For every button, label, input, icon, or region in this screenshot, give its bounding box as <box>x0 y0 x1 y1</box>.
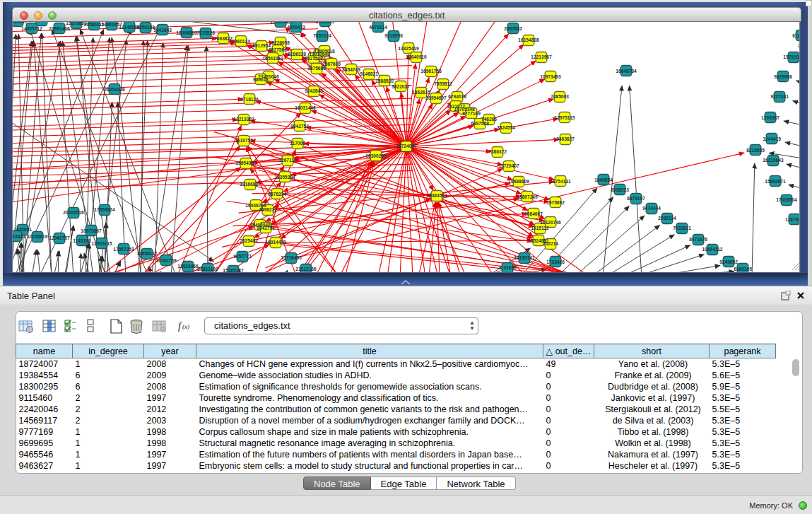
svg-text:19384554: 19384554 <box>426 193 447 198</box>
svg-text:3822037: 3822037 <box>392 84 410 89</box>
svg-text:20615450: 20615450 <box>31 22 52 23</box>
svg-text:18754131: 18754131 <box>550 179 571 184</box>
svg-text:17359924: 17359924 <box>94 207 115 212</box>
svg-text:10975867: 10975867 <box>81 228 102 233</box>
svg-text:3915431: 3915431 <box>13 234 25 239</box>
svg-text:16543362: 16543362 <box>262 56 283 61</box>
svg-text:16782759: 16782759 <box>155 258 177 263</box>
svg-text:3824554: 3824554 <box>497 125 515 130</box>
svg-text:26053346: 26053346 <box>104 87 125 92</box>
svg-text:9245652: 9245652 <box>719 259 738 264</box>
svg-text:9329966: 9329966 <box>774 74 792 79</box>
svg-text:17016504: 17016504 <box>776 197 797 202</box>
svg-text:18096865: 18096865 <box>176 30 197 35</box>
svg-text:1588520: 1588520 <box>375 78 394 83</box>
svg-text:1362615: 1362615 <box>412 90 430 95</box>
svg-text:1209387: 1209387 <box>761 115 779 120</box>
svg-text:17559643: 17559643 <box>270 22 291 24</box>
svg-text:9227341: 9227341 <box>770 94 789 99</box>
svg-text:989613: 989613 <box>253 77 269 82</box>
svg-text:16031446: 16031446 <box>295 105 316 110</box>
svg-text:16120746: 16120746 <box>540 220 561 225</box>
svg-text:746266: 746266 <box>481 117 497 122</box>
svg-text:8359183: 8359183 <box>136 25 155 30</box>
svg-text:20206516: 20206516 <box>63 210 84 215</box>
svg-text:7857224: 7857224 <box>313 33 331 38</box>
svg-text:1435081: 1435081 <box>13 227 32 232</box>
svg-text:7663822: 7663822 <box>214 36 233 41</box>
svg-text:19166827: 19166827 <box>240 182 261 187</box>
svg-text:16154808: 16154808 <box>518 37 539 42</box>
svg-text:8960124: 8960124 <box>232 39 250 44</box>
svg-text:3267110: 3267110 <box>278 158 297 163</box>
svg-text:8454749: 8454749 <box>342 67 360 72</box>
svg-text:21012166: 21012166 <box>295 267 317 271</box>
svg-text:6794078: 6794078 <box>448 94 466 99</box>
svg-text:8878334: 8878334 <box>268 192 286 197</box>
svg-text:15692971: 15692971 <box>765 179 786 184</box>
svg-text:1615112: 1615112 <box>531 226 549 230</box>
svg-text:18300295: 18300295 <box>365 153 387 158</box>
svg-text:252214: 252214 <box>543 241 558 246</box>
svg-text:2580963: 2580963 <box>316 22 334 24</box>
svg-text:9218596: 9218596 <box>384 33 403 38</box>
svg-text:117006: 117006 <box>290 141 305 146</box>
svg-text:7485003: 7485003 <box>551 94 569 99</box>
svg-text:9842752: 9842752 <box>290 124 309 129</box>
svg-text:1167534: 1167534 <box>785 217 800 222</box>
svg-text:10973493: 10973493 <box>540 74 561 79</box>
svg-text:3875685: 3875685 <box>307 66 326 71</box>
svg-text:22053595: 22053595 <box>798 43 800 48</box>
svg-text:8215955: 8215955 <box>746 148 765 153</box>
svg-text:16648784: 16648784 <box>616 69 637 74</box>
svg-text:15720407: 15720407 <box>498 163 519 168</box>
svg-text:13325419: 13325419 <box>398 46 419 51</box>
svg-text:9474444: 9474444 <box>642 206 661 211</box>
svg-text:7515526: 7515526 <box>196 30 215 35</box>
svg-text:9342751: 9342751 <box>257 226 275 230</box>
svg-text:23833160: 23833160 <box>197 267 218 271</box>
svg-text:5641643: 5641643 <box>153 28 172 33</box>
svg-text:6879197: 6879197 <box>627 196 645 201</box>
svg-text:9827506: 9827506 <box>269 47 287 52</box>
svg-text:3131636: 3131636 <box>498 265 517 270</box>
svg-text:23691406: 23691406 <box>49 26 70 31</box>
svg-text:8186328: 8186328 <box>288 52 306 57</box>
svg-text:15716485: 15716485 <box>281 255 302 260</box>
svg-text:1610755: 1610755 <box>235 138 253 143</box>
svg-text:15751074: 15751074 <box>783 54 800 59</box>
svg-text:9777169: 9777169 <box>462 111 481 116</box>
svg-text:6497568: 6497568 <box>471 121 489 126</box>
svg-text:7386372: 7386372 <box>488 149 507 154</box>
svg-text:12023466: 12023466 <box>177 264 199 269</box>
svg-text:4498222: 4498222 <box>259 207 277 212</box>
svg-text:20994697: 20994697 <box>425 95 447 100</box>
svg-text:12905115: 12905115 <box>92 241 112 246</box>
svg-text:8471676: 8471676 <box>689 237 707 242</box>
svg-text:2087662: 2087662 <box>504 26 522 31</box>
svg-text:1244415: 1244415 <box>763 136 781 141</box>
svg-text:4050413: 4050413 <box>287 25 305 30</box>
svg-text:1145193: 1145193 <box>73 238 91 243</box>
svg-text:2718126: 2718126 <box>240 97 259 102</box>
svg-text:11355394: 11355394 <box>275 175 295 180</box>
svg-text:12213967: 12213967 <box>531 54 552 59</box>
svg-text:6128503: 6128503 <box>792 33 800 38</box>
svg-text:18807249: 18807249 <box>517 194 538 199</box>
svg-text:5226058: 5226058 <box>271 40 290 45</box>
svg-text:16210643: 16210643 <box>763 158 784 163</box>
svg-text:16961758: 16961758 <box>420 69 442 74</box>
svg-text:7625402: 7625402 <box>240 238 258 243</box>
svg-text:14136141: 14136141 <box>514 255 535 260</box>
svg-text:19654985: 19654985 <box>235 160 257 165</box>
svg-text:4679214: 4679214 <box>369 25 387 30</box>
svg-text:8938923: 8938923 <box>611 187 629 192</box>
svg-text:12942757: 12942757 <box>49 235 70 240</box>
svg-text:17957253: 17957253 <box>113 247 134 252</box>
svg-text:1975692: 1975692 <box>546 200 565 205</box>
svg-text:6368105: 6368105 <box>734 267 752 271</box>
svg-text:14055712: 14055712 <box>21 26 42 31</box>
svg-text:18640910: 18640910 <box>406 54 427 59</box>
svg-text:10654112: 10654112 <box>702 247 723 252</box>
svg-text:12213382: 12213382 <box>233 117 254 122</box>
